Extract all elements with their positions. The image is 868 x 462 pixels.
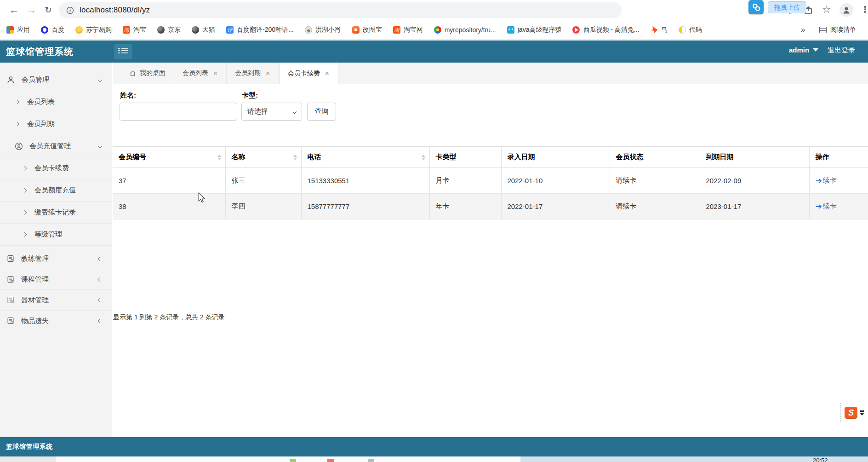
sidebar-item-payment-records[interactable]: 缴费续卡记录 <box>0 202 112 224</box>
sidebar-item-member-expire[interactable]: 会员到期 <box>0 113 112 135</box>
bird-icon <box>651 26 658 34</box>
table-row[interactable]: 37 张三 15133330551 月卡 2022-01-10 请续卡 2022… <box>113 168 868 194</box>
clipboard-icon <box>6 317 15 325</box>
tmall-globe-icon <box>192 26 199 34</box>
username: admin <box>789 46 809 54</box>
status-badge: 请续卡 <box>610 168 700 194</box>
drag-upload-tooltip: 拖拽上传 <box>768 1 806 13</box>
cell-member-id: 38 <box>113 194 225 219</box>
code-icon <box>679 26 686 34</box>
sidebar-item-card-renewal[interactable]: 会员卡续费 <box>0 157 112 179</box>
profile-avatar[interactable] <box>839 3 853 17</box>
bookmark-item[interactable]: 鸟 <box>651 26 668 34</box>
reload-icon[interactable]: ↻ <box>45 5 52 16</box>
netdisk-upload-badge: 拖拽上传 <box>748 0 806 14</box>
apps-grid-icon <box>6 26 14 34</box>
bookmark-item[interactable]: 苏宁易购 <box>75 26 112 34</box>
bookmark-item[interactable]: 京东 <box>157 26 181 34</box>
card-type-select[interactable]: 请选择 <box>241 103 302 121</box>
members-table: 会员编号 名称 电话 卡类型 录入日期 会员状态 到期日期 操作 37 张三 1… <box>113 146 868 219</box>
name-input[interactable] <box>120 103 237 121</box>
col-name[interactable]: 名称 <box>225 147 301 168</box>
reading-list-icon <box>819 27 827 33</box>
logout-button[interactable]: 退出登录 <box>828 46 855 55</box>
bookmarks-overflow-chevron[interactable]: » <box>801 21 805 39</box>
sidebar-item-equipment-management[interactable]: 器材管理 <box>0 290 112 311</box>
cell-card-type: 年卡 <box>429 194 501 219</box>
bookmark-item[interactable]: 百度 <box>41 26 64 34</box>
cell-member-id: 37 <box>113 168 225 194</box>
sidebar-item-level-management[interactable]: 等级管理 <box>0 224 112 246</box>
arrow-right-icon: ➔ <box>816 176 822 185</box>
app-header: 篮球馆管理系统 admin 退出登录 <box>0 40 868 63</box>
tab-card-renewal[interactable]: 会员卡续费 ✕ <box>279 63 338 84</box>
reading-list-button[interactable]: 阅读清单 <box>819 21 856 39</box>
chevron-right-icon <box>23 210 27 215</box>
xigua-video-icon <box>572 26 580 34</box>
home-icon <box>129 70 136 77</box>
bookmark-item[interactable]: 洪湖小肖 <box>305 26 341 34</box>
close-icon[interactable]: ✕ <box>325 70 330 77</box>
chrome-menu-icon[interactable]: ⋮ <box>861 4 868 15</box>
query-button[interactable]: 查询 <box>307 103 336 121</box>
tab-member-list[interactable]: 会员列表 ✕ <box>174 63 227 84</box>
sidebar-item-lost-items[interactable]: 物品遗失 <box>0 311 112 331</box>
bookmark-item[interactable]: 代码 <box>679 26 702 34</box>
cell-entry-date: 2022-01-17 <box>501 194 610 219</box>
bookmark-item[interactable]: 淘宝网 <box>393 26 423 34</box>
mouse-cursor <box>198 192 206 203</box>
bookmark-item[interactable]: myrepository/tru... <box>434 26 496 34</box>
forward-icon[interactable]: → <box>27 5 36 16</box>
bookmark-item[interactable]: 改图宝 <box>352 26 382 34</box>
sidebar-item-quota-recharge[interactable]: 会员额度充值 <box>0 179 112 202</box>
taobao-icon <box>123 26 130 34</box>
taobao-icon <box>393 26 400 34</box>
user-menu[interactable]: admin <box>789 46 818 54</box>
chevron-left-icon <box>98 277 103 282</box>
bookmark-item[interactable]: 天猫 <box>192 26 215 34</box>
sidebar-item-coach-management[interactable]: 教练管理 <box>0 248 112 269</box>
user-circle-icon <box>15 142 23 150</box>
chevron-down-icon <box>860 413 864 416</box>
bookmark-item[interactable]: java高级程序猿 <box>507 26 562 34</box>
cell-actions: ➔续卡 <box>809 194 868 219</box>
sogou-toolbar-toggle[interactable] <box>860 410 864 416</box>
sidebar-item-member-list[interactable]: 会员列表 <box>0 91 112 113</box>
page-info-icon[interactable] <box>66 6 74 14</box>
netdisk-icon[interactable] <box>748 0 764 14</box>
main-content: 我的桌面 会员列表 ✕ 会员到期 ✕ 会员卡续费 ✕ 姓名: 卡型: 请选择 查… <box>113 63 868 437</box>
bookmark-item[interactable]: 西瓜视频 - 高清免... <box>572 26 639 34</box>
bookmark-item[interactable]: 应用 <box>6 26 30 34</box>
close-icon[interactable]: ✕ <box>265 70 270 77</box>
renew-card-link[interactable]: ➔续卡 <box>816 176 837 185</box>
close-icon[interactable]: ✕ <box>213 70 218 77</box>
taskbar-app-sliver <box>290 459 296 462</box>
col-member-id[interactable]: 会员编号 <box>113 147 225 168</box>
tab-bar: 我的桌面 会员列表 ✕ 会员到期 ✕ 会员卡续费 ✕ <box>113 63 868 84</box>
sidebar-item-recharge-management[interactable]: 会员充值管理 <box>0 135 112 157</box>
col-actions: 操作 <box>809 147 868 168</box>
tab-member-expire[interactable]: 会员到期 ✕ <box>227 63 279 84</box>
sort-icon <box>217 155 221 160</box>
bookmark-item[interactable]: 百度翻译-200种语... <box>226 26 294 34</box>
cell-phone: 15133330551 <box>301 168 429 194</box>
bookmark-item[interactable]: 淘宝 <box>123 26 146 34</box>
taskbar-segment <box>0 456 56 462</box>
table-row[interactable]: 38 李四 15877777777 年卡 2022-01-17 请续卡 2023… <box>113 194 868 219</box>
renew-card-link[interactable]: ➔续卡 <box>816 202 837 211</box>
sogou-input-widget[interactable]: S <box>840 403 864 422</box>
url-bar[interactable]: localhost:8080/dl/yz <box>59 2 622 18</box>
back-icon[interactable]: ← <box>9 5 19 16</box>
jd-globe-icon <box>157 26 165 34</box>
cell-expire-date: 2022-02-09 <box>700 168 809 194</box>
col-card-type: 卡类型 <box>429 147 501 168</box>
col-phone[interactable]: 电话 <box>301 147 429 168</box>
hamburger-icon <box>121 48 128 49</box>
sidebar-toggle-button[interactable] <box>114 44 132 59</box>
chevron-right-icon <box>23 188 27 193</box>
bookmark-star-icon[interactable]: ☆ <box>822 4 831 16</box>
sidebar-item-course-management[interactable]: 课程管理 <box>0 269 112 290</box>
sidebar-item-member-management[interactable]: 会员管理 <box>0 69 112 91</box>
taskbar-app-sliver <box>327 459 334 462</box>
tab-my-desktop[interactable]: 我的桌面 <box>121 63 174 84</box>
